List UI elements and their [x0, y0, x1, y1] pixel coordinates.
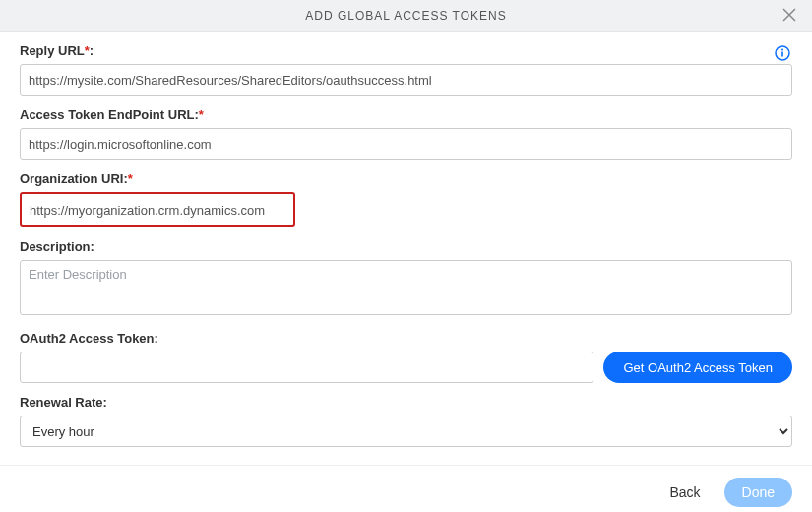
reply-url-label: Reply URL*: — [20, 43, 792, 58]
svg-rect-2 — [781, 52, 783, 57]
org-uri-label: Organization URI:* — [20, 171, 792, 186]
endpoint-input[interactable] — [20, 128, 792, 160]
description-input[interactable] — [20, 260, 792, 315]
org-uri-group: Organization URI:* — [20, 171, 792, 227]
oauth-token-input[interactable] — [20, 352, 593, 383]
endpoint-label: Access Token EndPoint URL:* — [20, 107, 792, 122]
endpoint-group: Access Token EndPoint URL:* — [20, 107, 792, 160]
done-button[interactable]: Done — [724, 478, 792, 507]
dialog: ADD GLOBAL ACCESS TOKENS Reply URL*: Acc… — [0, 0, 812, 512]
reply-url-input[interactable] — [20, 64, 792, 96]
dialog-footer: Back Done — [0, 465, 812, 512]
oauth-token-row: Get OAuth2 Access Token — [20, 352, 792, 383]
reply-url-group: Reply URL*: — [20, 43, 792, 96]
info-icon[interactable] — [775, 45, 790, 65]
dialog-body: Reply URL*: Access Token EndPoint URL:* … — [0, 32, 812, 465]
svg-point-1 — [781, 49, 783, 51]
oauth-token-group: OAuth2 Access Token: Get OAuth2 Access T… — [20, 331, 792, 383]
description-label: Description: — [20, 239, 792, 254]
get-oauth-token-button[interactable]: Get OAuth2 Access Token — [603, 352, 792, 383]
dialog-title: ADD GLOBAL ACCESS TOKENS — [305, 9, 507, 23]
oauth-token-label: OAuth2 Access Token: — [20, 331, 792, 346]
renewal-select[interactable]: Every hour — [20, 416, 792, 447]
back-button[interactable]: Back — [661, 479, 708, 506]
renewal-label: Renewal Rate: — [20, 395, 792, 410]
close-icon[interactable] — [777, 5, 802, 27]
dialog-header: ADD GLOBAL ACCESS TOKENS — [0, 0, 812, 32]
renewal-group: Renewal Rate: Every hour — [20, 395, 792, 447]
description-group: Description: — [20, 239, 792, 319]
org-uri-input[interactable] — [20, 192, 295, 227]
